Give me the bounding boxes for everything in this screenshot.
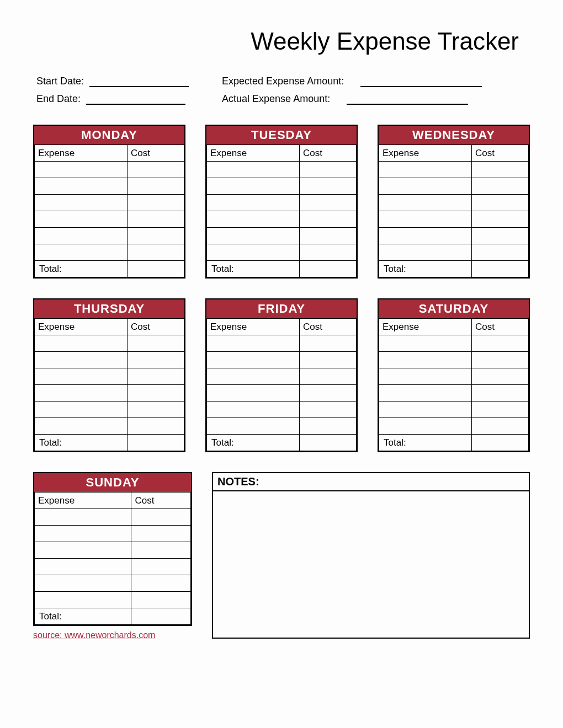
cost-cell[interactable] [300,402,357,418]
cost-cell[interactable] [300,178,357,195]
cost-cell[interactable] [472,352,529,368]
cost-cell[interactable] [472,402,529,418]
cost-cell[interactable] [131,509,191,526]
expense-cell[interactable] [207,368,300,385]
expense-cell[interactable] [35,195,128,211]
expense-cell[interactable] [379,211,472,228]
expense-cell[interactable] [379,228,472,244]
cost-cell[interactable] [300,352,357,368]
expense-cell[interactable] [207,352,300,368]
total-value[interactable] [300,261,357,277]
expense-cell[interactable] [35,559,131,575]
expense-cell[interactable] [207,178,300,195]
cost-cell[interactable] [300,418,357,435]
total-value[interactable] [300,435,357,451]
cost-cell[interactable] [131,559,191,575]
expense-cell[interactable] [379,352,472,368]
expense-cell[interactable] [379,178,472,195]
expense-cell[interactable] [207,385,300,402]
expense-cell[interactable] [35,162,128,178]
cost-cell[interactable] [300,162,357,178]
cost-cell[interactable] [128,244,184,261]
expense-cell[interactable] [207,162,300,178]
cost-cell[interactable] [131,526,191,542]
expense-cell[interactable] [35,335,128,352]
expense-cell[interactable] [35,509,131,526]
expense-cell[interactable] [35,592,131,608]
expense-cell[interactable] [207,335,300,352]
cost-cell[interactable] [472,162,529,178]
cost-cell[interactable] [300,195,357,211]
cost-cell[interactable] [128,418,184,435]
cost-cell[interactable] [300,244,357,261]
cost-cell[interactable] [128,228,184,244]
expense-cell[interactable] [35,244,128,261]
total-value[interactable] [128,435,184,451]
cost-cell[interactable] [472,244,529,261]
start-date-field[interactable] [89,75,189,87]
expense-cell[interactable] [379,195,472,211]
cost-cell[interactable] [472,335,529,352]
notes-field[interactable] [213,491,529,637]
cost-cell[interactable] [472,195,529,211]
expense-cell[interactable] [35,211,128,228]
cost-cell[interactable] [300,335,357,352]
expense-cell[interactable] [207,195,300,211]
expense-cell[interactable] [35,418,128,435]
cost-cell[interactable] [300,368,357,385]
total-value[interactable] [472,261,529,277]
cost-cell[interactable] [472,385,529,402]
expense-cell[interactable] [35,385,128,402]
cost-cell[interactable] [128,385,184,402]
expense-cell[interactable] [379,385,472,402]
expense-cell[interactable] [35,402,128,418]
cost-cell[interactable] [131,542,191,559]
day-header: FRIDAY [206,299,357,318]
expense-cell[interactable] [35,526,131,542]
cost-cell[interactable] [128,178,184,195]
cost-cell[interactable] [128,352,184,368]
expense-cell[interactable] [379,335,472,352]
cost-cell[interactable] [128,335,184,352]
cost-cell[interactable] [472,178,529,195]
source-link[interactable]: source: www.neworchards.com [33,630,155,640]
expected-expense-field[interactable] [360,75,482,87]
expense-cell[interactable] [379,244,472,261]
expense-cell[interactable] [379,368,472,385]
day-table: ExpenseCostTotal: [206,144,357,277]
expense-cell[interactable] [207,244,300,261]
total-value[interactable] [131,608,191,625]
expense-cell[interactable] [207,211,300,228]
expense-cell[interactable] [35,352,128,368]
expense-cell[interactable] [379,402,472,418]
expense-cell[interactable] [35,575,131,592]
cost-cell[interactable] [128,162,184,178]
cost-cell[interactable] [472,228,529,244]
cost-cell[interactable] [472,211,529,228]
expense-cell[interactable] [379,418,472,435]
expense-cell[interactable] [35,178,128,195]
cost-cell[interactable] [131,592,191,608]
cost-cell[interactable] [131,575,191,592]
cost-cell[interactable] [128,368,184,385]
expense-cell[interactable] [35,228,128,244]
expense-cell[interactable] [207,402,300,418]
total-value[interactable] [472,435,529,451]
expense-cell[interactable] [35,368,128,385]
expense-cell[interactable] [207,418,300,435]
cost-cell[interactable] [128,211,184,228]
cost-cell[interactable] [472,368,529,385]
expense-cell[interactable] [379,162,472,178]
cost-cell[interactable] [300,385,357,402]
expense-cell[interactable] [207,228,300,244]
total-value[interactable] [128,261,184,277]
cost-cell[interactable] [300,211,357,228]
column-header-expense: Expense [35,145,128,162]
end-date-field[interactable] [86,93,185,105]
cost-cell[interactable] [128,195,184,211]
actual-expense-field[interactable] [347,93,468,105]
cost-cell[interactable] [300,228,357,244]
expense-cell[interactable] [35,542,131,559]
cost-cell[interactable] [472,418,529,435]
cost-cell[interactable] [128,402,184,418]
